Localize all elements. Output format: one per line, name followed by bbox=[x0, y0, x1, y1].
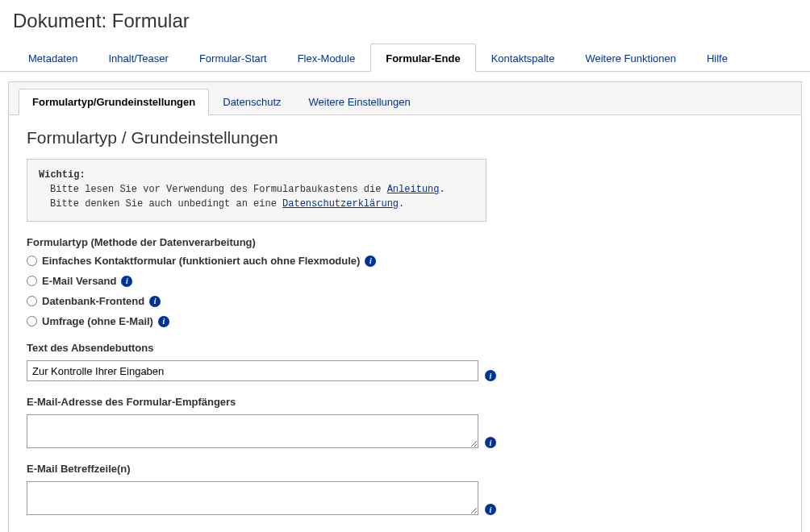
datenschutz-link[interactable]: Datenschutzerklärung bbox=[282, 198, 399, 210]
subtab-grundeinstellungen[interactable]: Formulartyp/Grundeinstellungen bbox=[19, 89, 209, 115]
info-icon[interactable]: i bbox=[485, 504, 496, 515]
notice-line-2: Bitte denken Sie auch unbedingt an eine … bbox=[39, 197, 474, 211]
radio-label: E-Mail Versand bbox=[42, 275, 116, 287]
tab-formular-ende[interactable]: Formular-Ende bbox=[370, 44, 475, 72]
sub-tabs: Formulartyp/Grundeinstellungen Datenschu… bbox=[9, 82, 801, 115]
radio-input-kontaktformular[interactable] bbox=[27, 256, 37, 266]
radio-umfrage: Umfrage (ohne E-Mail) i bbox=[27, 315, 783, 327]
tab-inhalt-teaser[interactable]: Inhalt/Teaser bbox=[93, 44, 183, 72]
email-subject-textarea[interactable] bbox=[27, 481, 478, 515]
submit-text-input[interactable] bbox=[27, 360, 478, 381]
radio-label: Umfrage (ohne E-Mail) bbox=[42, 315, 153, 327]
notice-text: . bbox=[399, 198, 404, 210]
main-tabs: Metadaten Inhalt/Teaser Formular-Start F… bbox=[0, 44, 810, 72]
anleitung-link[interactable]: Anleitung bbox=[387, 184, 440, 195]
info-icon[interactable]: i bbox=[158, 316, 169, 327]
email-recipient-label: E-Mail-Adresse des Formular-Empfängers bbox=[27, 396, 783, 408]
tab-metadaten[interactable]: Metadaten bbox=[13, 44, 93, 72]
radio-datenbank-frontend: Datenbank-Frontend i bbox=[27, 295, 783, 307]
email-recipient-textarea[interactable] bbox=[27, 414, 478, 448]
notice-title: Wichtig: bbox=[39, 168, 474, 182]
tab-hilfe[interactable]: Hilfe bbox=[691, 44, 743, 72]
notice-line-1: Bitte lesen Sie vor Verwendung des Formu… bbox=[39, 182, 474, 197]
subtab-datenschutz[interactable]: Datenschutz bbox=[209, 89, 294, 115]
notice-text: Bitte lesen Sie vor Verwendung des Formu… bbox=[50, 184, 387, 195]
tab-weitere-funktionen[interactable]: Weitere Funktionen bbox=[570, 44, 691, 72]
notice-text: Bitte denken Sie auch unbedingt an eine bbox=[50, 198, 282, 210]
section-heading: Formulartyp / Grundeinstellungen bbox=[27, 128, 783, 148]
info-icon[interactable]: i bbox=[149, 296, 161, 307]
sub-panel: Formulartyp / Grundeinstellungen Wichtig… bbox=[9, 114, 801, 532]
formtype-label: Formulartyp (Methode der Datenverarbeitu… bbox=[27, 236, 783, 248]
radio-label: Einfaches Kontaktformular (funktioniert … bbox=[42, 255, 360, 267]
tab-formular-start[interactable]: Formular-Start bbox=[184, 44, 282, 72]
info-icon[interactable]: i bbox=[485, 437, 496, 448]
notice-text: . bbox=[439, 184, 445, 195]
radio-label: Datenbank-Frontend bbox=[42, 295, 144, 307]
radio-input-datenbank[interactable] bbox=[27, 296, 37, 306]
radio-input-umfrage[interactable] bbox=[27, 316, 37, 326]
email-subject-label: E-Mail Betreffzeile(n) bbox=[27, 463, 783, 475]
tab-flex-module[interactable]: Flex-Module bbox=[282, 44, 371, 72]
radio-einfaches-kontaktformular: Einfaches Kontaktformular (funktioniert … bbox=[27, 255, 783, 267]
info-icon[interactable]: i bbox=[365, 256, 376, 267]
notice-box: Wichtig: Bitte lesen Sie vor Verwendung … bbox=[27, 159, 486, 222]
submit-text-label: Text des Absendebuttons bbox=[27, 342, 783, 354]
radio-input-email[interactable] bbox=[27, 276, 37, 286]
info-icon[interactable]: i bbox=[121, 276, 132, 287]
info-icon[interactable]: i bbox=[485, 370, 496, 381]
page-title: Dokument: Formular bbox=[0, 0, 810, 44]
subtab-weitere-einstellungen[interactable]: Weitere Einstellungen bbox=[295, 89, 424, 115]
radio-email-versand: E-Mail Versand i bbox=[27, 275, 783, 287]
main-panel: Formulartyp/Grundeinstellungen Datenschu… bbox=[8, 81, 802, 532]
tab-kontaktspalte[interactable]: Kontaktspalte bbox=[476, 44, 570, 72]
